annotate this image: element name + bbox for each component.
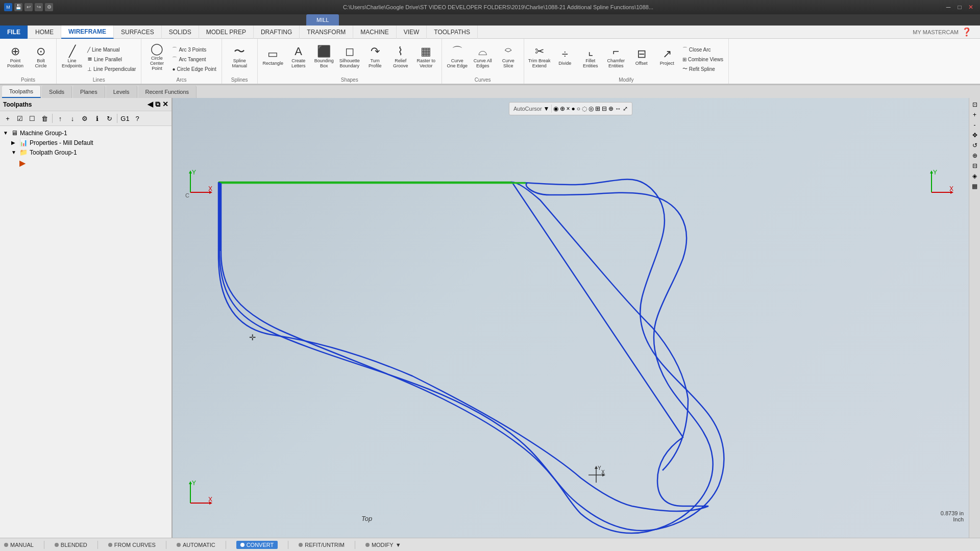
status-refit-untrim[interactable]: REFIT/UNTRIM xyxy=(299,542,345,548)
btn-rectangle[interactable]: ▭ Rectangle xyxy=(261,43,285,71)
tree-item-properties[interactable]: ▶ 📊 Properties - Mill Default xyxy=(10,138,169,147)
mill-tab[interactable]: MILL xyxy=(306,14,339,26)
toolbar-icon-4[interactable]: 🗑 xyxy=(39,113,50,124)
btn-circle-edge-point[interactable]: ● Circle Edge Point xyxy=(170,64,218,73)
btn-refit-spline[interactable]: 〜 Refit Spline xyxy=(680,64,725,73)
toolbar-icon-8[interactable]: ℹ xyxy=(91,113,103,124)
toolbar-icon-7[interactable]: ⚙ xyxy=(79,113,90,124)
status-automatic[interactable]: AUTOMATIC xyxy=(177,542,215,548)
bottom-tab-planes[interactable]: Planes xyxy=(73,86,105,98)
expand-properties[interactable]: ▶ xyxy=(11,140,17,145)
tab-machine[interactable]: MACHINE xyxy=(353,26,396,39)
status-manual[interactable]: MANUAL xyxy=(4,542,34,548)
expand-machine-group[interactable]: ▼ xyxy=(3,130,9,136)
right-panel-btn-5[interactable]: ↺ xyxy=(970,141,979,150)
btn-offset[interactable]: ⊟ Offset xyxy=(629,43,654,71)
btn-silhouette-boundary[interactable]: ◻ SilhouetteBoundary xyxy=(337,43,362,71)
bottom-tab-solids[interactable]: Solids xyxy=(42,86,72,98)
right-panel-btn-8[interactable]: ◈ xyxy=(970,171,979,181)
btn-curve-slice[interactable]: ⌔ CurveSlice xyxy=(496,43,521,71)
bolt-circle-icon: ⊙ xyxy=(36,46,45,57)
btn-circle-center-point[interactable]: ◯ CircleCenter Point xyxy=(144,43,169,71)
btn-line-manual-label: Line Manual xyxy=(92,47,119,53)
quick-access-1[interactable]: 💾 xyxy=(14,3,22,11)
sidebar-close-icon[interactable]: ✕ xyxy=(162,100,168,109)
tab-transform[interactable]: TRANSFORM xyxy=(300,26,353,39)
close-button[interactable]: ✕ xyxy=(966,3,976,11)
tab-model-prep[interactable]: MODEL PREP xyxy=(199,26,254,39)
status-convert[interactable]: CONVERT xyxy=(236,541,278,549)
tree-item-machine-group[interactable]: ▼ 🖥 Machine Group-1 xyxy=(2,128,169,138)
btn-bolt-circle[interactable]: ⊙ BoltCircle xyxy=(29,43,53,71)
right-panel-btn-4[interactable]: ✥ xyxy=(970,131,979,140)
sidebar-collapse-icon[interactable]: ◀ xyxy=(148,100,153,109)
status-modify-dropdown[interactable]: ▼ xyxy=(396,542,401,548)
tab-wireframe[interactable]: WIREFRAME xyxy=(61,26,114,39)
status-modify[interactable]: MODIFY ▼ xyxy=(365,542,401,548)
tab-home[interactable]: HOME xyxy=(28,26,61,39)
btn-arc-tangent[interactable]: ⌒ Arc Tangent xyxy=(170,55,218,64)
bottom-tab-recent-functions[interactable]: Recent Functions xyxy=(138,86,197,98)
right-panel-btn-2[interactable]: + xyxy=(970,110,979,119)
help-icon[interactable]: ❓ xyxy=(962,27,972,37)
toolbar-icon-10[interactable]: G1 xyxy=(119,113,131,124)
btn-curve-one-edge[interactable]: ⌒ CurveOne Edge xyxy=(445,43,470,71)
btn-point-position[interactable]: ⊕ PointPosition xyxy=(3,43,28,71)
btn-divide[interactable]: ÷ Divide xyxy=(553,43,577,71)
tree-item-play[interactable]: ▶ xyxy=(18,157,169,169)
sidebar-float-icon[interactable]: ⧉ xyxy=(155,100,160,109)
right-panel-btn-9[interactable]: ▦ xyxy=(970,182,979,191)
btn-create-letters[interactable]: A CreateLetters xyxy=(286,43,311,71)
quick-access-3[interactable]: ↪ xyxy=(35,3,43,11)
btn-raster-to-vector[interactable]: ▦ Raster toVector xyxy=(414,43,438,71)
btn-arc-3-points[interactable]: ⌒ Arc 3 Points xyxy=(170,45,218,54)
bottom-tab-levels[interactable]: Levels xyxy=(106,86,137,98)
right-panel-btn-7[interactable]: ⊟ xyxy=(970,161,979,170)
btn-spline-manual[interactable]: 〜 SplineManual xyxy=(227,43,252,71)
toolbar-icon-9[interactable]: ↻ xyxy=(104,113,115,124)
btn-turn-profile[interactable]: ↷ TurnProfile xyxy=(363,43,387,71)
btn-chamfer-entities[interactable]: ⌐ ChamferEntities xyxy=(604,43,628,71)
tree-item-toolpath-group[interactable]: ▼ 📁 Toolpath Group-1 xyxy=(10,147,169,157)
btn-combine-views[interactable]: ⊞ Combine Views xyxy=(680,55,725,64)
toolbar-icon-1[interactable]: + xyxy=(2,113,13,124)
btn-line-endpoints[interactable]: ╱ LineEndpoints xyxy=(60,43,84,71)
tab-view[interactable]: VIEW xyxy=(397,26,427,39)
btn-line-manual[interactable]: ╱ Line Manual xyxy=(85,45,138,54)
status-from-curves[interactable]: FROM CURVES xyxy=(108,542,156,548)
minimize-button[interactable]: ─ xyxy=(943,3,953,11)
maximize-button[interactable]: □ xyxy=(954,3,965,11)
toolbar-icon-5[interactable]: ↑ xyxy=(55,113,66,124)
tab-drafting[interactable]: DRAFTING xyxy=(254,26,300,39)
right-panel-btn-3[interactable]: - xyxy=(970,120,979,130)
btn-line-parallel[interactable]: 〓 Line Parallel xyxy=(85,55,138,64)
right-panel-btn-1[interactable]: ⊡ xyxy=(970,100,979,109)
tab-file[interactable]: FILE xyxy=(0,26,28,39)
play-icon[interactable]: ▶ xyxy=(19,158,26,168)
btn-curve-all-edges[interactable]: ⌓ Curve AllEdges xyxy=(471,43,495,71)
quick-access-2[interactable]: ↩ xyxy=(24,3,33,11)
btn-bounding-box-label: BoundingBox xyxy=(314,58,334,68)
btn-trim-break-extend[interactable]: ✂ Trim BreakExtend xyxy=(527,43,552,71)
btn-fillet-entities[interactable]: ⌞ FilletEntities xyxy=(578,43,603,71)
expand-toolpath-group[interactable]: ▼ xyxy=(11,149,17,155)
toolbar-icon-11[interactable]: ? xyxy=(132,113,143,124)
bottom-tab-toolpaths[interactable]: Toolpaths xyxy=(2,86,41,98)
right-panel-btn-6[interactable]: ⊕ xyxy=(970,151,979,160)
toolbar-icon-2[interactable]: ☑ xyxy=(14,113,26,124)
viewport[interactable]: AutoCursor ▼ ◉ ⊕ × ● ○ ◌ ◎ ⊞ ⊟ ⊕ ↔ ⤢ Y xyxy=(173,98,969,538)
toolbar-icon-3[interactable]: ☐ xyxy=(27,113,38,124)
btn-relief-groove[interactable]: ⌇ ReliefGroove xyxy=(388,43,413,71)
window-controls[interactable]: ─ □ ✕ xyxy=(943,3,976,11)
tab-solids[interactable]: SOLIDS xyxy=(162,26,199,39)
status-blended[interactable]: BLENDED xyxy=(55,542,87,548)
tab-surfaces[interactable]: SURFACES xyxy=(114,26,162,39)
quick-access-4[interactable]: ⚙ xyxy=(45,3,53,11)
status-sep-1 xyxy=(44,541,44,549)
tab-toolpaths[interactable]: TOOLPATHS xyxy=(427,26,478,39)
btn-bounding-box[interactable]: ⬛ BoundingBox xyxy=(312,43,336,71)
btn-line-perpendicular[interactable]: ⊥ Line Perpendicular xyxy=(85,64,138,73)
btn-project[interactable]: ↗ Project xyxy=(655,43,679,71)
toolbar-icon-6[interactable]: ↓ xyxy=(67,113,78,124)
btn-close-arc[interactable]: ⌒ Close Arc xyxy=(680,45,725,54)
